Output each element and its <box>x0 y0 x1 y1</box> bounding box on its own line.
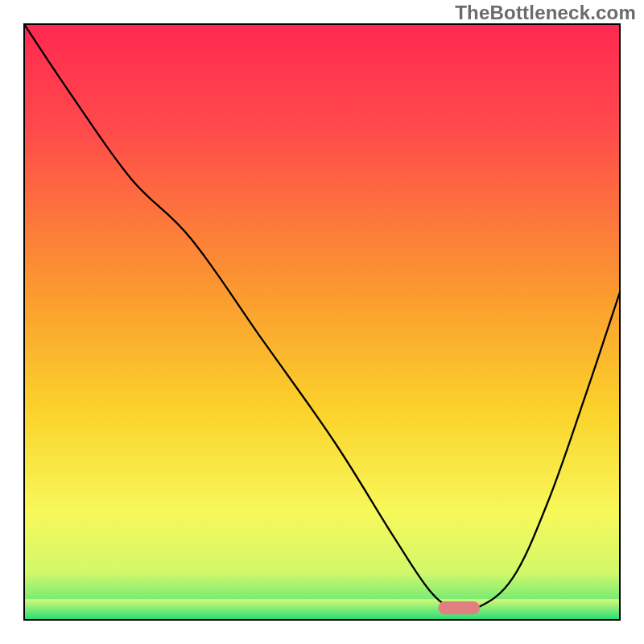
chart-green-band <box>24 599 620 620</box>
watermark-text: TheBottleneck.com <box>455 2 636 24</box>
bottleneck-chart <box>0 0 644 644</box>
optimal-marker <box>438 601 480 614</box>
chart-stage: TheBottleneck.com <box>0 0 644 644</box>
chart-background-gradient <box>24 24 620 620</box>
